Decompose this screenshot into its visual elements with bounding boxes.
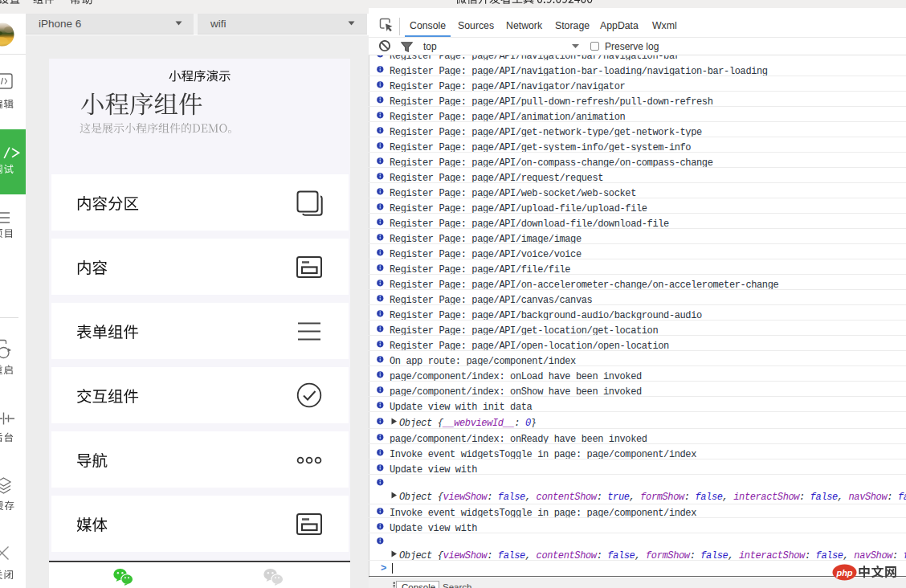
svg-text:php: php bbox=[835, 568, 852, 578]
